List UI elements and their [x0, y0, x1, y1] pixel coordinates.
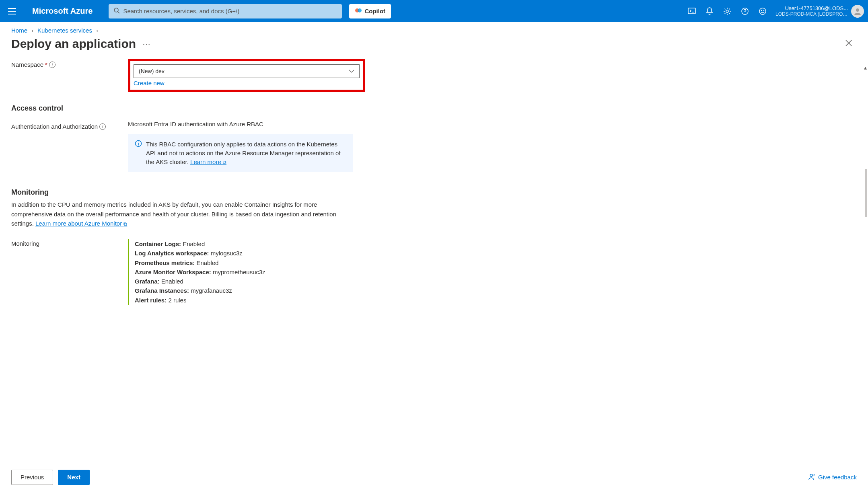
monitoring-description: In addition to the CPU and memory metric…	[11, 200, 349, 228]
container-logs-value: Enabled	[183, 240, 205, 247]
svg-rect-3	[688, 8, 695, 14]
cloud-shell-icon[interactable]	[684, 3, 700, 19]
external-link-icon: ⧉	[223, 160, 226, 165]
law-value: mylogsuc3z	[211, 250, 243, 257]
learn-more-link[interactable]: Learn more ⧉	[190, 158, 226, 165]
info-circle-icon	[135, 140, 142, 166]
scroll-up-icon[interactable]: ▴	[862, 64, 868, 71]
avatar-icon	[851, 5, 864, 18]
search-box[interactable]	[109, 4, 342, 18]
grafana-key: Grafana:	[135, 278, 160, 285]
user-text: User1-47751306@LODS... LODS-PROD-MCA (LO…	[775, 5, 848, 17]
user-account[interactable]: User1-47751306@LODS... LODS-PROD-MCA (LO…	[775, 5, 864, 18]
menu-icon[interactable]	[4, 3, 20, 19]
settings-gear-icon[interactable]	[719, 3, 735, 19]
feedback-smiley-icon[interactable]	[755, 3, 771, 19]
scrollbar[interactable]: ▴	[862, 76, 868, 453]
required-asterisk: *	[45, 61, 47, 68]
svg-point-2	[358, 8, 362, 12]
auth-row: Authentication and Authorization i Micro…	[11, 121, 454, 172]
copilot-icon	[355, 7, 362, 15]
help-icon[interactable]	[737, 3, 753, 19]
breadcrumb-home[interactable]: Home	[11, 27, 27, 34]
more-dots-icon[interactable]: ⋯	[142, 39, 150, 49]
svg-point-0	[114, 8, 118, 12]
rbac-info-box: This RBAC configuration only applies to …	[128, 134, 353, 172]
chevron-down-icon	[349, 68, 354, 74]
breadcrumb: Home › Kubernetes services ›	[0, 22, 868, 35]
svg-point-8	[764, 10, 764, 10]
monitor-label: Monitoring	[11, 239, 128, 305]
content-area: Namespace * i (New) dev Create new Acces…	[0, 59, 868, 453]
chevron-right-icon: ›	[31, 27, 33, 34]
gi-key: Grafana Instances:	[135, 287, 189, 294]
access-control-heading: Access control	[11, 104, 454, 113]
gi-value: mygrafanauc3z	[191, 287, 232, 294]
copilot-label: Copilot	[364, 8, 385, 14]
breadcrumb-k8s[interactable]: Kubernetes services	[37, 27, 92, 34]
learn-monitor-link[interactable]: Learn more about Azure Monitor ⧉	[35, 220, 127, 227]
search-input[interactable]	[123, 8, 337, 14]
brand-label[interactable]: Microsoft Azure	[32, 6, 93, 16]
svg-point-9	[856, 8, 859, 12]
prom-value: Enabled	[196, 259, 218, 266]
monitoring-heading: Monitoring	[11, 188, 454, 197]
title-bar: Deploy an application ⋯	[0, 35, 868, 59]
container-logs-key: Container Logs:	[135, 240, 181, 247]
close-icon[interactable]	[841, 37, 857, 51]
auth-label: Authentication and Authorization i	[11, 121, 128, 130]
alert-key: Alert rules:	[135, 297, 167, 304]
grafana-value: Enabled	[161, 278, 183, 285]
alert-value: 2 rules	[168, 297, 186, 304]
namespace-label: Namespace * i	[11, 59, 128, 68]
notifications-icon[interactable]	[701, 3, 718, 19]
svg-point-7	[761, 10, 762, 10]
namespace-label-text: Namespace	[11, 61, 43, 68]
external-link-icon: ⧉	[123, 221, 127, 227]
monitor-details: Container Logs: Enabled Log Analytics wo…	[128, 239, 265, 305]
search-icon	[113, 7, 120, 15]
copilot-button[interactable]: Copilot	[349, 4, 391, 18]
amw-value: myprometheusuc3z	[213, 269, 265, 275]
rbac-info-text: This RBAC configuration only applies to …	[146, 141, 341, 165]
svg-point-4	[726, 10, 728, 12]
chevron-right-icon: ›	[96, 27, 98, 34]
top-header: Microsoft Azure Copilot User1-477513	[0, 0, 868, 22]
namespace-dropdown[interactable]: (New) dev	[134, 64, 360, 78]
namespace-row: Namespace * i (New) dev Create new	[11, 59, 454, 92]
amw-key: Azure Monitor Workspace:	[135, 269, 211, 275]
prom-key: Prometheus metrics:	[135, 259, 195, 266]
info-icon[interactable]: i	[49, 62, 56, 68]
page-title: Deploy an application	[11, 37, 136, 51]
law-key: Log Analytics workspace:	[135, 250, 209, 257]
namespace-selected-value: (New) dev	[139, 68, 165, 74]
svg-point-6	[759, 8, 766, 14]
auth-value-text: Microsoft Entra ID authentication with A…	[128, 121, 365, 127]
info-icon[interactable]: i	[99, 123, 106, 130]
user-email: User1-47751306@LODS...	[775, 5, 848, 12]
create-new-link[interactable]: Create new	[134, 80, 165, 86]
highlight-box: (New) dev Create new	[128, 59, 365, 92]
user-tenant: LODS-PROD-MCA (LODSPRODM...	[775, 11, 848, 17]
monitor-block: Monitoring Container Logs: Enabled Log A…	[11, 239, 454, 305]
header-icons	[684, 3, 771, 19]
auth-label-text: Authentication and Authorization	[11, 123, 98, 130]
scroll-thumb[interactable]	[865, 169, 867, 217]
